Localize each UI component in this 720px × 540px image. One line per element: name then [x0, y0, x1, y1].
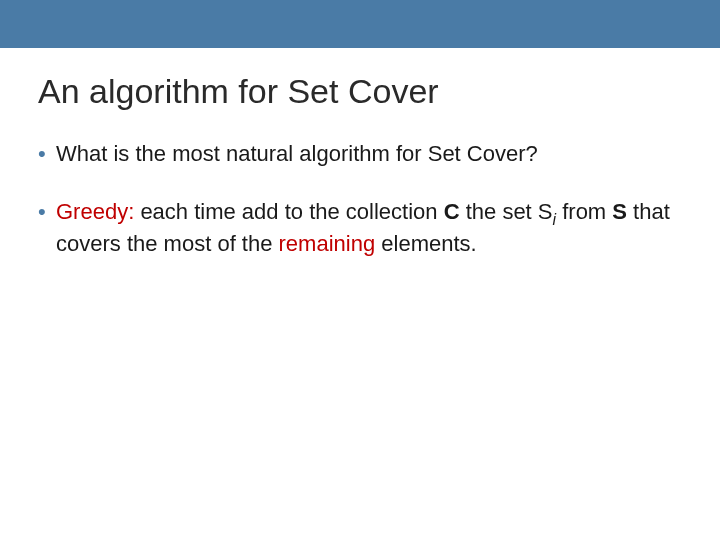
bullet-list: What is the most natural algorithm for S…: [38, 139, 682, 259]
header-bar: [0, 0, 720, 48]
bullet-item-1: What is the most natural algorithm for S…: [38, 139, 682, 169]
b2-t1: each time add to the collection: [134, 199, 443, 224]
slide-title: An algorithm for Set Cover: [38, 72, 682, 111]
bullet-1-text: What is the most natural algorithm for S…: [56, 141, 538, 166]
b2-t5: elements.: [375, 231, 477, 256]
b2-remaining: remaining: [279, 231, 376, 256]
b2-S: S: [538, 199, 553, 224]
b2-t2: the set: [460, 199, 538, 224]
bullet-item-2: Greedy: each time add to the collection …: [38, 197, 682, 259]
b2-S2: S: [612, 199, 627, 224]
greedy-label: Greedy:: [56, 199, 134, 224]
b2-C: C: [444, 199, 460, 224]
slide-body: An algorithm for Set Cover What is the m…: [0, 48, 720, 259]
b2-t3: from: [556, 199, 612, 224]
b2-i: i: [553, 211, 557, 228]
